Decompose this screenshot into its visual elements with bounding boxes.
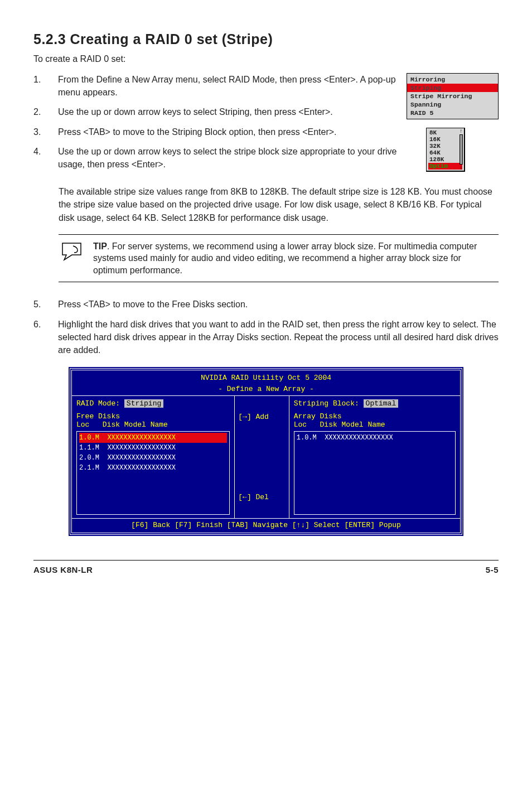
loc-header: Loc bbox=[76, 421, 89, 429]
menu-item-mirroring[interactable]: Mirroring bbox=[407, 75, 498, 84]
footer-right: 5-5 bbox=[486, 565, 499, 574]
block-64k[interactable]: 64K bbox=[428, 149, 462, 156]
block-8k[interactable]: 8K bbox=[428, 129, 462, 136]
block-32k[interactable]: 32K bbox=[428, 143, 462, 149]
stripe-size-note: The available stripe size values range f… bbox=[59, 185, 499, 224]
disk-row[interactable]: 1.1.M XXXXXXXXXXXXXXXXX bbox=[79, 443, 227, 453]
step-num-5: 5. bbox=[33, 298, 45, 311]
block-optim[interactable]: Optim bbox=[428, 163, 462, 170]
raid-mode-popup: Mirroring Striping Stripe Mirroring Span… bbox=[407, 73, 499, 119]
section-heading: 5.2.3 Creating a RAID 0 set (Stripe) bbox=[33, 31, 499, 47]
disk-row-selected[interactable]: 1.0.M XXXXXXXXXXXXXXXXX bbox=[79, 433, 227, 443]
menu-item-spanning[interactable]: Spanning bbox=[407, 100, 498, 109]
nvidia-raid-utility: NVIDIA RAID Utility Oct 5 2004 - Define … bbox=[68, 366, 464, 537]
bios-subtitle: - Define a New Array - bbox=[72, 384, 460, 395]
tip-label: TIP bbox=[93, 241, 107, 251]
loc-header: Loc bbox=[294, 421, 307, 429]
bios-footer-hints: [F6] Back [F7] Finish [TAB] Navigate [↑↓… bbox=[72, 518, 460, 532]
menu-item-raid5[interactable]: RAID 5 bbox=[407, 109, 498, 117]
step-text: Highlight the hard disk drives that you … bbox=[58, 318, 499, 357]
tip-callout: TIP. For server systems, we recommend us… bbox=[59, 234, 499, 283]
model-header: Disk Model Name bbox=[103, 421, 168, 429]
intro-text: To create a RAID 0 set: bbox=[33, 54, 499, 64]
step-num-4: 4. bbox=[33, 145, 45, 171]
block-size-popup: ↑ 8K 16K 32K 64K 128K Optim ↓ bbox=[426, 128, 465, 172]
free-disks-list[interactable]: 1.0.M XXXXXXXXXXXXXXXXX 1.1.M XXXXXXXXXX… bbox=[76, 431, 230, 515]
arrow-up-icon: ↑ bbox=[460, 128, 463, 134]
disk-row[interactable]: 1.0.M XXXXXXXXXXXXXXXXX bbox=[297, 433, 453, 443]
model-header: Disk Model Name bbox=[320, 421, 385, 429]
array-disks-list[interactable]: 1.0.M XXXXXXXXXXXXXXXXX bbox=[294, 431, 456, 515]
add-hint: [→] Add bbox=[238, 413, 285, 421]
scrollbar[interactable] bbox=[460, 134, 463, 165]
step-num-6: 6. bbox=[33, 318, 45, 357]
array-disks-label: Array Disks bbox=[294, 412, 456, 421]
disk-row[interactable]: 2.0.M XXXXXXXXXXXXXXXXX bbox=[79, 453, 227, 463]
step-text: Press <TAB> to move to the Striping Bloc… bbox=[58, 125, 337, 138]
arrow-down-icon: ↓ bbox=[460, 165, 463, 171]
bios-title: NVIDIA RAID Utility Oct 5 2004 bbox=[72, 373, 460, 384]
step-num-3: 3. bbox=[33, 125, 45, 138]
tip-text: . For server systems, we recommend using… bbox=[93, 241, 477, 275]
block-16k[interactable]: 16K bbox=[428, 136, 462, 143]
step-text: Use the up or down arrow keys to select … bbox=[58, 105, 333, 118]
step-num-2: 2. bbox=[33, 105, 45, 118]
step-text: Press <TAB> to move to the Free Disks se… bbox=[58, 298, 248, 311]
step-text: From the Define a New Array menu, select… bbox=[58, 73, 400, 99]
striping-block-label: Striping Block: bbox=[294, 399, 359, 408]
free-disks-label: Free Disks bbox=[76, 412, 230, 421]
disk-row[interactable]: 2.1.M XXXXXXXXXXXXXXXXX bbox=[79, 463, 227, 473]
footer-left: ASUS K8N-LR bbox=[33, 565, 93, 574]
menu-item-stripe-mirroring[interactable]: Stripe Mirroring bbox=[407, 92, 498, 100]
menu-item-striping[interactable]: Striping bbox=[407, 84, 498, 92]
raid-mode-label: RAID Mode: bbox=[76, 399, 120, 408]
raid-mode-value[interactable]: Striping bbox=[124, 399, 163, 408]
striping-block-value[interactable]: Optimal bbox=[364, 399, 399, 408]
note-icon bbox=[61, 241, 84, 262]
step-num-1: 1. bbox=[33, 73, 45, 99]
del-hint: [←] Del bbox=[238, 493, 285, 501]
step-text: Use the up or down arrow keys to select … bbox=[58, 145, 419, 171]
block-128k[interactable]: 128K bbox=[428, 156, 462, 163]
